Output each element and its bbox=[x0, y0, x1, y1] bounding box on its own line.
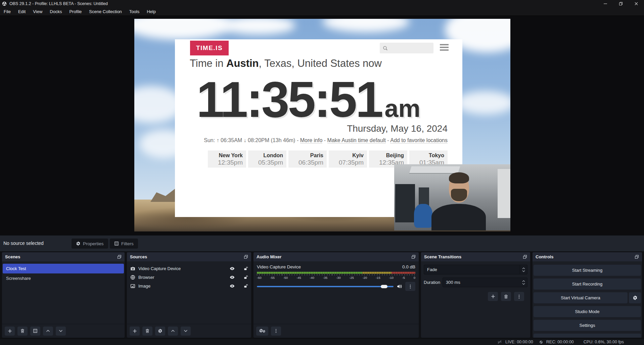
blue-chair bbox=[414, 204, 432, 228]
volume-slider-handle[interactable] bbox=[381, 285, 387, 288]
clock-ampm: am bbox=[384, 96, 420, 121]
clock-time: 11:35:51 bbox=[196, 74, 382, 125]
source-properties-button[interactable] bbox=[155, 327, 165, 336]
statusbar: LIVE: 00:00:00 REC: 00:00:00 CPU: 0.6%, … bbox=[0, 339, 644, 345]
start-streaming-button[interactable]: Start Streaming bbox=[534, 265, 641, 276]
transition-menu-button[interactable] bbox=[514, 292, 524, 301]
virtual-camera-settings-button[interactable] bbox=[629, 292, 641, 303]
menu-profile[interactable]: Profile bbox=[65, 7, 85, 15]
scene-preview[interactable]: TIME.IS Time in Austin, Texas, United St… bbox=[134, 19, 510, 231]
person-beard bbox=[451, 189, 467, 201]
visibility-eye-icon[interactable] bbox=[229, 283, 235, 289]
sources-panel: Sources Video Capture Device Browser bbox=[127, 252, 251, 338]
duration-label: Duration bbox=[424, 280, 443, 285]
obs-logo-icon bbox=[2, 1, 7, 6]
add-scene-button[interactable] bbox=[5, 327, 15, 336]
settings-button[interactable]: Settings bbox=[534, 320, 641, 331]
filter-icon bbox=[114, 241, 119, 246]
close-button[interactable] bbox=[629, 0, 644, 7]
mixer-channel-menu-button[interactable] bbox=[405, 282, 415, 291]
unlock-icon[interactable] bbox=[243, 284, 248, 288]
timeis-heading: Time in Austin, Texas, United States now bbox=[190, 57, 382, 70]
scene-filters-button[interactable] bbox=[30, 327, 40, 336]
unlock-icon[interactable] bbox=[243, 275, 248, 279]
mixer-channel-name: Video Capture Device bbox=[257, 264, 301, 269]
timeis-logo: TIME.IS bbox=[190, 41, 229, 55]
volume-slider[interactable] bbox=[257, 286, 394, 287]
visibility-eye-icon[interactable] bbox=[229, 266, 235, 271]
timeis-sun-line: Sun: ↑ 06:35AM ↓ 08:20PM (13h 46m) - Mor… bbox=[204, 137, 448, 143]
meter-tickmarks bbox=[257, 274, 415, 275]
remove-transition-button[interactable] bbox=[501, 292, 511, 301]
scenes-toolbar bbox=[2, 324, 125, 338]
scenes-panel: Scenes Clock Test Screenshare bbox=[2, 252, 125, 338]
source-item-video-capture[interactable]: Video Capture Device bbox=[127, 264, 251, 273]
menu-view[interactable]: View bbox=[29, 7, 46, 15]
titlebar[interactable]: OBS 29.1.2 - Profile: LLHLS BETA - Scene… bbox=[0, 0, 644, 7]
duration-spinbox[interactable]: 300 ms bbox=[443, 277, 527, 287]
speaker-icon[interactable] bbox=[397, 284, 402, 289]
source-item-browser[interactable]: Browser bbox=[127, 273, 251, 282]
scene-transitions-header[interactable]: Scene Transitions bbox=[421, 252, 530, 261]
popout-icon[interactable] bbox=[635, 255, 639, 259]
globe-icon bbox=[130, 275, 135, 280]
make-default-link: Make Austin time default bbox=[327, 137, 386, 143]
person-hair bbox=[449, 172, 469, 183]
menu-file[interactable]: File bbox=[0, 7, 14, 15]
menu-docks[interactable]: Docks bbox=[46, 7, 65, 15]
menu-help[interactable]: Help bbox=[143, 7, 159, 15]
move-source-down-button[interactable] bbox=[181, 327, 191, 336]
properties-button[interactable]: Properties bbox=[72, 239, 108, 249]
transition-select[interactable]: Fade bbox=[424, 265, 527, 274]
source-item-image[interactable]: Image bbox=[127, 282, 251, 290]
unlock-icon[interactable] bbox=[243, 266, 248, 271]
ceiling-vent bbox=[409, 166, 460, 174]
start-virtual-camera-button[interactable]: Start Virtual Camera bbox=[534, 292, 628, 303]
dark-doorway bbox=[395, 184, 415, 222]
exit-button[interactable]: Exit bbox=[534, 334, 641, 338]
bright-window bbox=[498, 169, 510, 218]
move-scene-up-button[interactable] bbox=[43, 327, 53, 336]
minimize-button[interactable] bbox=[598, 0, 613, 7]
city-box: Kyiv07:35pm bbox=[329, 150, 367, 168]
move-scene-down-button[interactable] bbox=[56, 327, 66, 336]
meter-tick-labels: -60-55-50-45-40-35-30-25-20-15-10-50 bbox=[257, 276, 415, 279]
start-recording-button[interactable]: Start Recording bbox=[534, 278, 641, 290]
audio-mixer-toolbar bbox=[254, 324, 419, 338]
popout-icon[interactable] bbox=[411, 255, 416, 259]
visibility-eye-icon[interactable] bbox=[229, 274, 235, 280]
scene-item-screenshare[interactable]: Screenshare bbox=[3, 273, 124, 283]
popout-icon[interactable] bbox=[244, 255, 248, 259]
obs-window: OBS 29.1.2 - Profile: LLHLS BETA - Scene… bbox=[0, 0, 644, 345]
favorite-link: Add to favorite locations bbox=[390, 137, 448, 143]
audio-mixer-header[interactable]: Audio Mixer bbox=[254, 252, 419, 261]
menu-edit[interactable]: Edit bbox=[14, 7, 29, 15]
add-transition-button[interactable] bbox=[488, 292, 498, 301]
menubar: File Edit View Docks Profile Scene Colle… bbox=[0, 7, 644, 16]
sources-toolbar bbox=[127, 324, 251, 338]
preview-area[interactable]: TIME.IS Time in Austin, Texas, United St… bbox=[0, 16, 644, 235]
timeis-search-box bbox=[380, 43, 433, 53]
popout-icon[interactable] bbox=[117, 255, 122, 259]
selection-toolbar: No source selected Properties Filters bbox=[0, 235, 644, 251]
advanced-audio-button[interactable] bbox=[256, 327, 268, 336]
remove-scene-button[interactable] bbox=[17, 327, 28, 336]
studio-mode-button[interactable]: Studio Mode bbox=[534, 306, 641, 317]
transition-select-arrows[interactable] bbox=[520, 265, 527, 274]
popout-icon[interactable] bbox=[523, 255, 527, 259]
city-box: London05:35pm bbox=[248, 150, 286, 168]
restore-button[interactable] bbox=[613, 0, 629, 7]
menu-tools[interactable]: Tools bbox=[126, 7, 143, 15]
mixer-channel-level: 0.0 dB bbox=[402, 264, 415, 269]
mixer-menu-button[interactable] bbox=[271, 327, 281, 336]
menu-scene-collection[interactable]: Scene Collection bbox=[85, 7, 126, 15]
remove-source-button[interactable] bbox=[142, 327, 152, 336]
sources-header[interactable]: Sources bbox=[127, 252, 251, 261]
scene-item-clock-test[interactable]: Clock Test bbox=[3, 264, 124, 273]
move-source-up-button[interactable] bbox=[168, 327, 178, 336]
duration-spin-arrows[interactable] bbox=[520, 278, 527, 287]
add-source-button[interactable] bbox=[130, 327, 140, 336]
controls-header[interactable]: Controls bbox=[533, 252, 642, 261]
scenes-header[interactable]: Scenes bbox=[2, 252, 125, 261]
filters-button[interactable]: Filters bbox=[110, 239, 138, 249]
